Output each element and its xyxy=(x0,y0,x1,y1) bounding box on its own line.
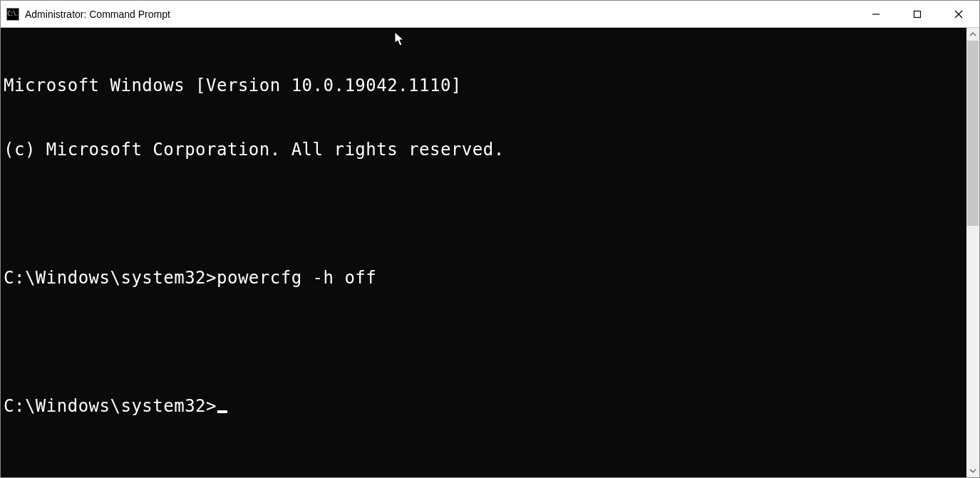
terminal-line: (c) Microsoft Corporation. All rights re… xyxy=(4,139,966,160)
terminal-cursor xyxy=(217,410,227,413)
window-titlebar: C:\. Administrator: Command Prompt xyxy=(1,1,979,28)
cmd-icon: C:\. xyxy=(6,8,19,21)
scroll-thumb[interactable] xyxy=(967,41,979,226)
terminal-prompt: C:\Windows\system32> xyxy=(4,396,217,416)
vertical-scrollbar[interactable] xyxy=(966,28,979,477)
terminal-line xyxy=(4,203,966,224)
scroll-up-button[interactable] xyxy=(966,28,979,41)
window-controls xyxy=(855,1,979,27)
terminal-line: C:\Windows\system32>powercfg -h off xyxy=(4,267,966,289)
terminal-area[interactable]: Microsoft Windows [Version 10.0.19042.11… xyxy=(1,28,966,477)
minimize-button[interactable] xyxy=(855,1,897,27)
scroll-down-button[interactable] xyxy=(966,464,979,477)
window-title: Administrator: Command Prompt xyxy=(25,9,170,20)
titlebar-left: C:\. Administrator: Command Prompt xyxy=(1,8,170,21)
terminal-prompt-line: C:\Windows\system32> xyxy=(4,395,966,417)
mouse-cursor-icon xyxy=(394,31,406,47)
svg-rect-1 xyxy=(914,11,921,17)
scroll-track[interactable] xyxy=(966,41,979,464)
terminal-line xyxy=(4,331,966,353)
terminal-wrapper: Microsoft Windows [Version 10.0.19042.11… xyxy=(1,28,979,477)
close-button[interactable] xyxy=(938,1,979,27)
terminal-line: Microsoft Windows [Version 10.0.19042.11… xyxy=(4,75,966,96)
cmd-icon-text: C:\. xyxy=(7,11,18,17)
maximize-button[interactable] xyxy=(897,1,938,27)
